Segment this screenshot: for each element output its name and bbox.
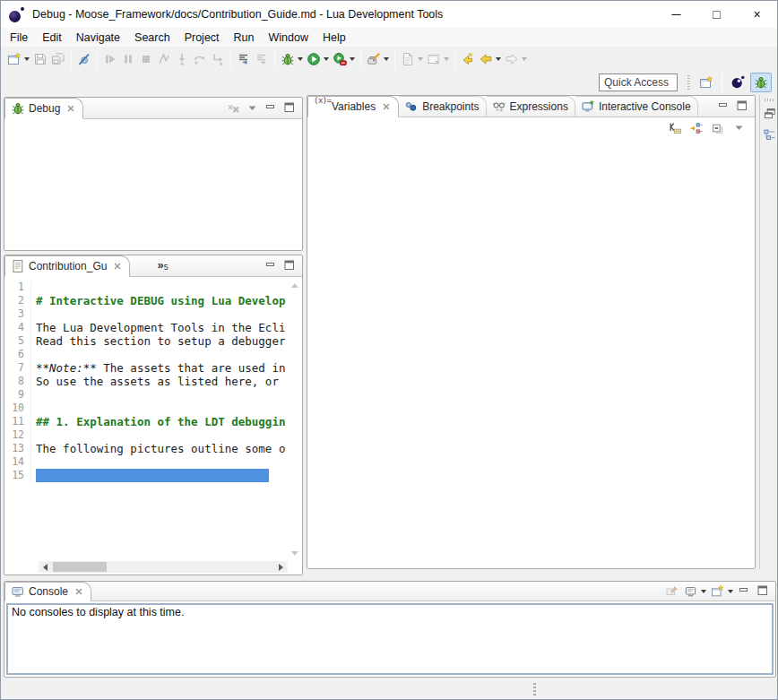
close-window-button[interactable]: × [737,1,777,28]
statusbar-drag-handle[interactable] [533,683,536,696]
menu-run[interactable]: Run [227,30,262,46]
outline-view-button[interactable] [760,128,778,143]
minimize-button[interactable] [716,99,732,115]
maximize-button[interactable] [282,258,298,274]
maximize-button[interactable] [282,100,298,117]
editor-line[interactable]: 4The Lua Development Tools in the Ecli [4,321,288,334]
tab-breakpoints[interactable]: Breakpoints [399,96,486,117]
maximize-window-button[interactable]: □ [696,1,737,28]
close-tab-icon[interactable] [73,586,84,597]
lua-perspective-button[interactable] [727,73,748,92]
tab-console[interactable]: Console [4,582,91,601]
editor-line[interactable]: 6 [4,348,288,361]
close-tab-icon[interactable] [112,261,123,272]
line-number: 14 [4,455,31,469]
title-bar: Debug - Moose_Framework/docs/Contributio… [1,1,777,28]
minimize-window-button[interactable]: ─ [656,1,696,28]
trim-drag-handle[interactable] [765,99,775,101]
coverage-button[interactable] [331,49,357,69]
display-console-icon [684,584,698,599]
display-selected-console-button[interactable] [683,583,707,600]
restore-view-button[interactable] [760,107,778,121]
run-button[interactable] [305,49,331,69]
quick-access-input[interactable]: Quick Access [599,73,678,91]
tab-variables[interactable]: (x)=Variables [307,96,399,117]
close-tab-icon[interactable] [65,103,76,114]
editor-line[interactable]: 13The following pictures outline some o [4,442,288,455]
menu-search[interactable]: Search [127,30,177,46]
open-perspective-icon [699,75,713,90]
editor-line[interactable]: 7**Note:** The assets that are used in [4,361,288,375]
editor-line[interactable]: 2# Interactive DEBUG using Lua Develop [4,294,288,307]
editor-line[interactable]: 10 [4,402,288,415]
dropdown-caret-icon[interactable] [728,590,733,593]
editor-line[interactable]: 12 [4,428,288,442]
debug-button[interactable] [279,49,305,69]
external-tools-button[interactable] [365,49,391,69]
editor-line[interactable]: 5Read this section to setup a debugger [4,334,288,348]
editor-line[interactable]: 1 [4,281,288,294]
editor-line[interactable]: 11## 1. Explanation of the LDT debuggin [4,415,288,428]
debug-view-body [4,119,302,250]
editor-line[interactable]: 3 [4,307,288,321]
scroll-up-icon[interactable] [291,283,298,288]
scroll-right-icon[interactable] [279,564,283,571]
editor-line[interactable]: 8So use the assets as listed here, or [4,375,288,388]
editor-line[interactable]: 14 [4,455,288,469]
open-perspective-button[interactable] [696,73,717,92]
open-console-button[interactable] [710,583,734,600]
editor-text-area[interactable]: 12# Interactive DEBUG using Lua Develop3… [4,281,288,560]
code-segment: Read this section to setup a debugger [36,334,285,348]
view-menu-button[interactable] [245,100,261,117]
minimize-button[interactable] [264,100,280,117]
console-message-area[interactable]: No consoles to display at this time. [6,603,774,675]
tab-expressions[interactable]: Expressions [487,96,575,117]
menu-navigate[interactable]: Navigate [69,30,127,46]
scroll-down-icon[interactable] [291,551,298,556]
last-edit-location-button[interactable] [459,49,477,69]
more-editors-chevron[interactable]: »5 [157,255,168,276]
editor-line[interactable]: 9 [4,388,288,402]
collapse-all-button[interactable] [710,120,726,136]
dropdown-caret-icon[interactable] [350,57,355,61]
dropdown-caret-icon[interactable] [496,57,501,61]
skip-all-breakpoints-button[interactable] [75,49,93,69]
minimize-button[interactable] [737,583,753,600]
dropdown-caret-icon[interactable] [384,57,389,61]
menu-edit[interactable]: Edit [35,30,69,46]
forward-icon [505,52,519,66]
editor-body[interactable]: 12# Interactive DEBUG using Lua Develop3… [4,277,302,575]
show-type-names-button[interactable] [667,120,683,136]
view-menu-button[interactable] [731,120,748,136]
close-tab-icon[interactable] [381,101,392,112]
back-button[interactable] [477,49,503,69]
dropdown-caret-icon [418,57,423,61]
tab-contribution-gu[interactable]: Contribution_Gu [4,255,130,277]
editor-line[interactable]: 15 [4,469,288,482]
toolbar-drag-handle[interactable] [687,75,690,90]
drop-to-frame-button[interactable] [235,49,253,69]
editor-vertical-scrollbar[interactable] [289,280,300,559]
save-button [31,49,49,69]
dropdown-caret-icon[interactable] [701,590,706,593]
menu-file[interactable]: File [3,30,35,46]
debug-perspective-button[interactable] [750,73,772,92]
dropdown-caret-icon[interactable] [24,57,30,61]
dropdown-caret-icon[interactable] [298,57,303,61]
toolbar-separator [71,50,72,68]
menu-window[interactable]: Window [262,30,316,46]
show-logical-structure-button[interactable] [688,120,705,136]
menu-help[interactable]: Help [316,30,353,46]
tab-interactive-console[interactable]: Interactive Console [575,96,698,117]
menu-project[interactable]: Project [177,30,227,46]
minimize-button[interactable] [264,258,280,274]
new-button[interactable] [5,49,31,69]
pin-console-button [664,583,680,600]
dropdown-caret-icon[interactable] [324,57,329,61]
tab-debug[interactable]: Debug [4,98,83,119]
editor-horizontal-scrollbar[interactable] [39,561,288,573]
maximize-button[interactable] [756,583,772,600]
scroll-left-icon[interactable] [43,564,48,571]
maximize-button[interactable] [735,99,751,115]
horizontal-scrollbar-thumb[interactable] [53,562,107,572]
